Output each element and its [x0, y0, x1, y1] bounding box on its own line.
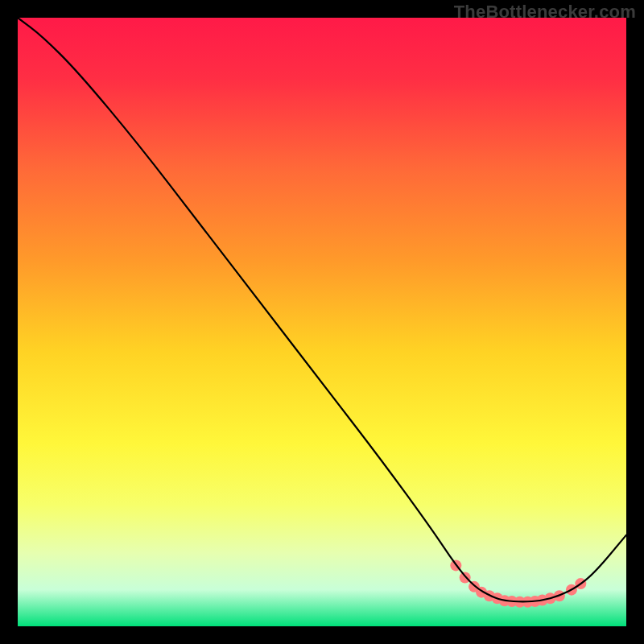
- chart-stage: TheBottlenecker.com: [0, 0, 644, 644]
- plot-svg: [18, 18, 626, 626]
- gradient-plot: [18, 18, 626, 626]
